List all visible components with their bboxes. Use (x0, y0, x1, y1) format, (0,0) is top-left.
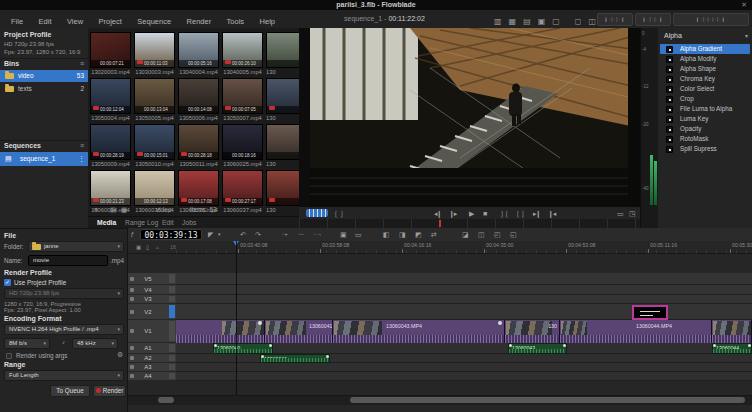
tab-jobs[interactable]: Jobs (182, 217, 196, 228)
media-thumbnail[interactable]: 00:00:05:16 (178, 32, 219, 68)
track-active-indicator[interactable] (169, 274, 175, 283)
range-dropdown[interactable]: Full Length▾ (4, 370, 124, 381)
media-item[interactable]: 00:00:26:10 13040005.mp4 (222, 32, 263, 75)
lane-v5[interactable] (176, 273, 752, 285)
folder-dropdown[interactable]: janne▾ (28, 241, 124, 252)
media-item[interactable]: 00:00:18:16 13060025.mp4 (222, 124, 263, 167)
media-thumbnail[interactable]: 00:00:12:13 (134, 170, 175, 206)
media-item[interactable]: 00:00:07:05 13050007.mp4 (222, 78, 263, 121)
track-head-v3[interactable]: V3 (128, 295, 176, 304)
video-clip[interactable]: 130 (505, 320, 560, 343)
monitor-append-icon[interactable]: ◫ (478, 228, 485, 241)
media-item[interactable]: 130 (266, 32, 299, 75)
track-head-v5[interactable]: V5 (128, 273, 176, 285)
filter-item[interactable]: Opacity (660, 124, 750, 134)
clip-snapping-icon[interactable]: ▣ (340, 228, 347, 241)
media-thumbnail[interactable]: 00:00:18:16 (222, 124, 263, 160)
bins-menu-icon[interactable]: ≡ (80, 60, 84, 67)
delete-range-icon[interactable]: ◱ (510, 228, 517, 241)
filter-item[interactable]: Color Select (660, 84, 750, 94)
samplerate-dropdown[interactable]: 48 kHz▾ (72, 338, 118, 349)
media-thumbnail[interactable]: 00:00:26:10 (222, 32, 263, 68)
media-thumbnail[interactable]: 00:00:15:01 (134, 124, 175, 160)
playhead-line[interactable] (236, 241, 237, 398)
sequence-item[interactable]: ▤ sequence_1 ⋮ (0, 152, 88, 166)
track-head-a1[interactable]: A1 (128, 343, 176, 354)
list-view-icon[interactable]: ▤ (110, 204, 116, 216)
track-head-v1[interactable]: V1 (128, 320, 176, 343)
close-icon[interactable]: ✕ (741, 1, 747, 9)
filter-item[interactable]: RotoMask (660, 134, 750, 144)
track-height-icon[interactable]: ▯ (146, 242, 149, 252)
filter-item[interactable]: Crop (660, 94, 750, 104)
to-queue-button[interactable]: To Queue (50, 385, 90, 397)
filter-group-dropdown[interactable]: Alpha▾ (664, 30, 748, 42)
bitrate-dropdown[interactable]: 8M b/s▾ (4, 338, 50, 349)
tool-dropdown-chevron-icon[interactable]: ▾ (218, 228, 221, 241)
tab-media[interactable]: Media (97, 217, 116, 228)
undo-icon[interactable]: ↶ (240, 228, 246, 241)
append-icon[interactable]: ◨ (399, 228, 406, 241)
media-thumbnail[interactable]: 00:00:28:19 (90, 124, 131, 160)
video-clip[interactable]: 13060044.MP4 (560, 320, 712, 343)
media-thumbnail[interactable]: 00:00:13:04 (134, 78, 175, 114)
track-head-v2[interactable]: V2 (128, 304, 176, 320)
encoding-dropdown[interactable]: NVENC H.264 High Profile / .mp4▾ (4, 324, 124, 335)
track-active-indicator[interactable] (169, 355, 175, 361)
splice-out-icon[interactable]: ◦+ (282, 228, 288, 241)
timeline-end-view-button[interactable]: ❙·|·|·|·|·❙ (673, 13, 749, 26)
use-project-profile-checkbox[interactable]: ✓ (4, 279, 11, 286)
timeline-scrollbar[interactable] (128, 395, 752, 405)
grid-view-icon[interactable]: ▦ (121, 204, 127, 216)
media-thumbnail[interactable] (266, 78, 299, 114)
media-thumbnail[interactable]: 00:00:11:03 (134, 32, 175, 68)
track-head-a4[interactable]: A4 (128, 372, 176, 381)
render-profile-dropdown[interactable]: HD 720p 23.98 fps▾ (4, 288, 124, 299)
marker-icon[interactable]: ▵ (156, 242, 159, 252)
media-menu-icon[interactable]: ≡ (94, 204, 98, 216)
filter-item[interactable]: Alpha Modify (660, 54, 750, 64)
track-active-indicator[interactable] (169, 373, 175, 379)
tab-range-log[interactable]: Range Log (125, 217, 158, 228)
media-item[interactable]: 00:00:28:19 13050009.mp4 (90, 124, 131, 167)
track-active-indicator[interactable] (169, 286, 175, 293)
mark-clip-icon[interactable]: ◰ (494, 228, 501, 241)
video-clip[interactable] (176, 320, 265, 343)
timeline-start-view-button[interactable]: ❙·|·|·❙ (597, 13, 633, 26)
bin-item-video[interactable]: video 53 (0, 70, 88, 82)
audio-clip[interactable]: 13060041 (260, 354, 330, 363)
bin-item-texts[interactable]: texts 2 (0, 83, 88, 95)
lane-v4[interactable] (176, 285, 752, 295)
media-thumbnail[interactable] (266, 170, 299, 206)
filter-item[interactable]: Chroma Key (660, 74, 750, 84)
track-active-indicator[interactable] (169, 344, 175, 352)
media-thumbnail[interactable]: 00:00:07:21 (90, 32, 131, 68)
media-item[interactable]: 00:00:13:04 13050005.mp4 (134, 78, 175, 121)
audio-clip[interactable]: 13060043 (508, 343, 567, 354)
title-clip[interactable] (632, 305, 668, 320)
timecode-mode-badge[interactable] (306, 209, 328, 217)
media-thumbnail[interactable]: 00:00:27:17 (222, 170, 263, 206)
lane-a4[interactable] (176, 372, 752, 381)
render-button[interactable]: Render (93, 385, 126, 397)
audio-clip[interactable]: 13060044 (712, 343, 752, 354)
audio-clip[interactable]: 13060040 (213, 343, 273, 354)
track-active-indicator[interactable] (169, 364, 175, 370)
track-active-indicator[interactable] (169, 296, 175, 302)
tool-cursor-icon[interactable]: ◤ (208, 228, 213, 241)
media-item[interactable]: 00:00:28:18 13050011.mp4 (178, 124, 219, 167)
media-item[interactable]: 00:00:07:21 13020003.mp4 (90, 32, 131, 75)
lane-a3[interactable] (176, 363, 752, 372)
media-thumbnail[interactable]: 00:00:17:08 (178, 170, 219, 206)
filter-item[interactable]: Spill Supress (660, 144, 750, 154)
media-item[interactable]: 130 (266, 124, 299, 167)
audio-levels-icon[interactable]: ▭ (355, 228, 362, 241)
scrollbar-left-handle[interactable] (158, 397, 174, 403)
gear-icon[interactable]: ⚙ (117, 351, 123, 359)
monitor-position-bar[interactable] (299, 219, 640, 228)
sequences-menu-icon[interactable]: ≡ (80, 142, 84, 149)
media-thumbnail[interactable]: 00:00:21:23 (90, 170, 131, 206)
track-active-indicator[interactable] (169, 305, 175, 318)
media-item[interactable]: 130 (266, 78, 299, 121)
lift-icon[interactable]: ◦− (298, 228, 304, 241)
